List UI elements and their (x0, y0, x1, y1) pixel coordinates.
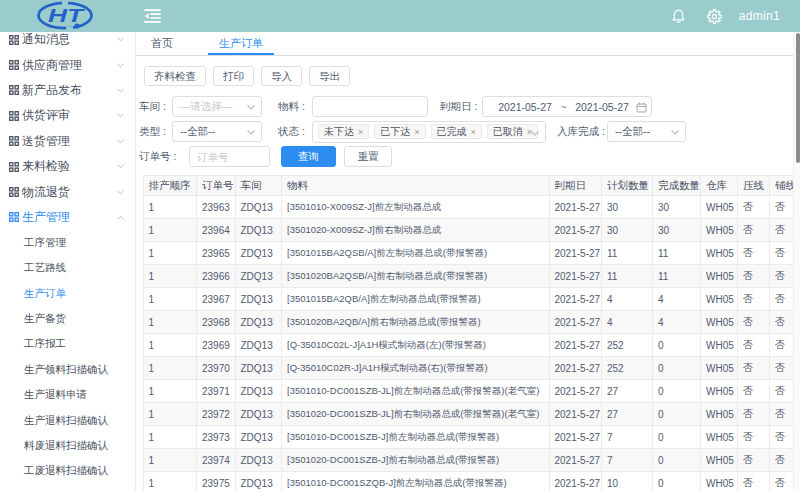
tab-home[interactable]: 首页 (151, 32, 173, 55)
cell: 2021-5-27 (549, 196, 602, 219)
cell: 2021-5-27 (549, 334, 602, 357)
cell: 23967 (197, 288, 236, 311)
cell: 4 (602, 311, 653, 334)
toolbar-button-1[interactable]: 打印 (213, 66, 254, 86)
grid-icon (9, 35, 19, 45)
table-row-2[interactable]: 123965ZDQ13[3501015BA2QSB/A]前左制动器总成(带报警器… (143, 242, 794, 265)
cell: 2021-5-27 (549, 219, 602, 242)
cell: [Q-35010C02R-J]A1H模式制动器(右)(带报警器) (282, 357, 550, 380)
sidebar-item-4[interactable]: 送货管理 (0, 129, 135, 154)
table-row-5[interactable]: 123968ZDQ13[3501020BA2QB/A]前右制动器总成(带报警器)… (143, 311, 794, 334)
table-row-12[interactable]: 123975ZDQ13[3501010-DC001SZQB-J]前左制动器总成(… (143, 472, 794, 491)
search-button[interactable]: 查询 (281, 146, 336, 167)
workshop-select[interactable]: ---请选择--- (172, 96, 262, 117)
sidebar-subitem-9[interactable]: 工废退料扫描确认 (0, 459, 135, 484)
cell: [3501020-DC001SZB-J]前右制动器总成(带报警器) (282, 449, 550, 472)
cell: 否 (738, 449, 770, 472)
status-tag-2[interactable]: 已完成× (431, 124, 482, 139)
sidebar-subitem-5[interactable]: 生产领料扫描确认 (0, 357, 135, 382)
scrollbar-thumb[interactable] (796, 33, 800, 163)
status-multiselect[interactable]: 未下达×已下达×已完成×已取消× (312, 121, 546, 143)
cell: 0 (653, 472, 701, 491)
material-input[interactable] (313, 97, 427, 116)
table-row-1[interactable]: 123964ZDQ13[3501020-X009SZ-J]前右制动器总成2021… (143, 219, 794, 242)
cell: 否 (770, 311, 795, 334)
sidebar-subitem-label: 生产订单 (24, 287, 66, 301)
sidebar-subitem-0[interactable]: 工序管理 (0, 230, 135, 255)
table-row-11[interactable]: 123974ZDQ13[3501020-DC001SZB-J]前右制动器总成(带… (143, 449, 794, 472)
tab-bar: 首页 生产订单 (136, 32, 794, 56)
type-select[interactable]: --全部-- (172, 121, 262, 142)
sidebar-subitem-2[interactable]: 生产订单 (0, 281, 135, 306)
sidebar-subitem-4[interactable]: 工序报工 (0, 332, 135, 357)
sidebar-item-0[interactable]: 通知消息 (0, 32, 135, 52)
sidebar-item-2[interactable]: 新产品发布 (0, 78, 135, 103)
table-row-7[interactable]: 123970ZDQ13[Q-35010C02R-J]A1H模式制动器(右)(带报… (143, 357, 794, 380)
warehouse-done-select[interactable]: --全部-- (607, 121, 686, 142)
table-row-3[interactable]: 123966ZDQ13[3501020BA2QSB/A]前右制动器总成(带报警器… (143, 265, 794, 288)
status-tag-label: 未下达 (324, 126, 354, 137)
cell: WH05 (701, 380, 738, 403)
due-date-start[interactable]: 2021-05-27 (494, 101, 556, 113)
cell: 否 (770, 219, 795, 242)
table-row-10[interactable]: 123973ZDQ13[3501010-DC001SZB-J]前左制动器总成(带… (143, 426, 794, 449)
cell: ZDQ13 (235, 196, 282, 219)
settings-gear-icon[interactable] (707, 9, 722, 24)
toolbar-button-3[interactable]: 导出 (309, 66, 350, 86)
cell: 否 (738, 357, 770, 380)
cell: WH05 (701, 242, 738, 265)
sidebar-item-3[interactable]: 供货评审 (0, 103, 135, 128)
sidebar-item-1[interactable]: 供应商管理 (0, 52, 135, 77)
due-date-range-picker[interactable]: 2021-05-27 ~ 2021-05-27 (482, 96, 652, 117)
tab-production-order[interactable]: 生产订单 (208, 32, 274, 55)
cell: [3501015BA2QSB/A]前左制动器总成(带报警器) (282, 242, 550, 265)
cell: 否 (738, 242, 770, 265)
table-row-8[interactable]: 123971ZDQ13[3501010-DC001SZB-JL]前左制动器总成(… (143, 380, 794, 403)
status-tag-0[interactable]: 未下达× (318, 124, 369, 139)
page-scrollbar[interactable] (793, 32, 800, 491)
sidebar-subitem-label: 生产退料申请 (24, 388, 87, 402)
order-no-input[interactable] (190, 147, 269, 166)
status-tag-1[interactable]: 已下达× (374, 124, 425, 139)
sidebar-subitem-8[interactable]: 料废退料扫描确认 (0, 433, 135, 458)
cell: 1 (143, 449, 197, 472)
sidebar-item-7[interactable]: 生产管理 (0, 205, 135, 230)
tag-close-icon[interactable]: × (471, 127, 476, 137)
toolbar-button-0[interactable]: 齐料检查 (144, 66, 206, 86)
cell: [3501020-X009SZ-J]前右制动器总成 (282, 219, 550, 242)
sidebar-subitem-6[interactable]: 生产退料申请 (0, 382, 135, 407)
table-row-4[interactable]: 123967ZDQ13[3501015BA2QB/A]前左制动器总成(带报警器)… (143, 288, 794, 311)
status-tag-label: 已完成 (437, 126, 467, 137)
cell: 23965 (197, 242, 236, 265)
cell: WH05 (701, 334, 738, 357)
status-tag-list: 未下达×已下达×已完成×已取消× (318, 124, 543, 136)
sidebar-item-6[interactable]: 物流退货 (0, 179, 135, 204)
grid-icon (9, 60, 19, 70)
sidebar-subitem-3[interactable]: 生产备货 (0, 306, 135, 331)
notification-bell-icon[interactable] (671, 9, 686, 24)
table-row-0[interactable]: 123963ZDQ13[3501010-X009SZ-J]前左制动器总成2021… (143, 196, 794, 219)
sidebar-subitem-7[interactable]: 生产退料扫描确认 (0, 408, 135, 433)
status-tag-label: 已下达 (380, 126, 410, 137)
cell: ZDQ13 (235, 357, 282, 380)
cell: WH05 (701, 472, 738, 491)
tag-close-icon[interactable]: × (414, 127, 419, 137)
sidebar-subitem-label: 生产备货 (24, 312, 66, 326)
cell: ZDQ13 (235, 311, 282, 334)
due-date-end[interactable]: 2021-05-27 (571, 101, 633, 113)
cell: WH05 (701, 449, 738, 472)
menu-fold-icon[interactable] (144, 8, 161, 24)
reset-button[interactable]: 重置 (344, 146, 392, 167)
cell: 11 (653, 265, 701, 288)
sidebar-subitem-1[interactable]: 工艺路线 (0, 256, 135, 281)
username[interactable]: admin1 (739, 9, 780, 23)
cell: 1 (143, 219, 197, 242)
column-header-6: 完成数量 (653, 176, 701, 196)
cell: 11 (653, 242, 701, 265)
chevron-down-icon (117, 164, 124, 169)
table-row-6[interactable]: 123969ZDQ13[Q-35010C02L-J]A1H模式制动器(左)(带报… (143, 334, 794, 357)
sidebar-item-5[interactable]: 来料检验 (0, 154, 135, 179)
toolbar-button-2[interactable]: 导入 (261, 66, 302, 86)
table-row-9[interactable]: 123972ZDQ13[3501020-DC001SZB-JL]前右制动器总成(… (143, 403, 794, 426)
tag-close-icon[interactable]: × (358, 127, 363, 137)
